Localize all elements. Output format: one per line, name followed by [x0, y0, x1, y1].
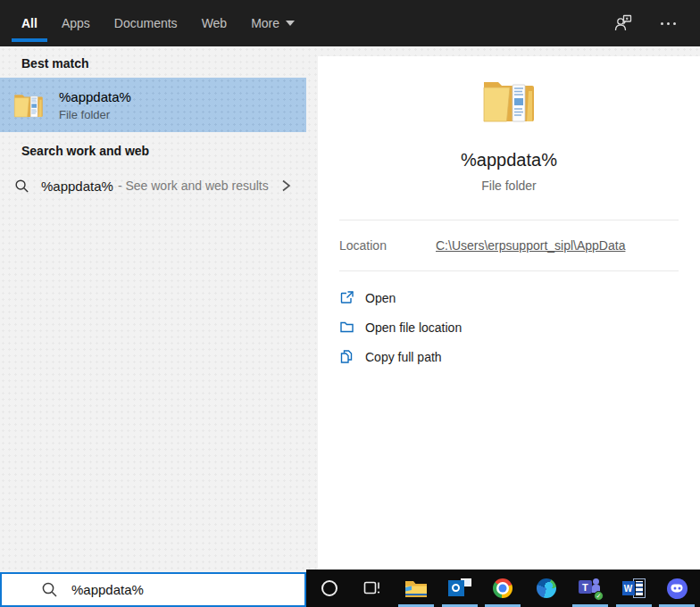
- ellipsis-icon[interactable]: [657, 12, 679, 34]
- best-match-heading: Best match: [0, 46, 306, 78]
- outlook-icon: [448, 578, 471, 599]
- web-search-query: %appdata%: [41, 179, 113, 194]
- web-search-result[interactable]: %appdata% - See work and web results: [0, 167, 306, 204]
- copy-icon: [339, 349, 354, 364]
- location-row: Location C:\Users\erpsupport_sipl\AppDat…: [318, 220, 700, 270]
- word-icon: W: [622, 578, 646, 599]
- location-path-link[interactable]: C:\Users\erpsupport_sipl\AppData: [436, 238, 625, 253]
- folder-icon: [12, 90, 45, 121]
- tab-apps-label: Apps: [62, 16, 90, 30]
- tab-more[interactable]: More: [251, 0, 295, 46]
- teams-icon: T ✓: [579, 578, 602, 599]
- cortana-icon: [321, 580, 338, 596]
- file-explorer-icon: [404, 578, 428, 598]
- tab-apps[interactable]: Apps: [62, 0, 90, 46]
- action-open-file-location-label: Open file location: [365, 320, 462, 335]
- search-icon: [14, 179, 29, 194]
- context-actions: Open Open file location Copy full pat: [318, 271, 700, 371]
- preview-panel: %appdata% File folder Location C:\Users\…: [318, 56, 700, 570]
- action-open-label: Open: [365, 291, 396, 305]
- taskbar-cortana-button[interactable]: [309, 570, 350, 607]
- action-open[interactable]: Open: [339, 283, 679, 312]
- taskbar-teams-button[interactable]: T ✓: [570, 570, 611, 607]
- search-flyout-body: Best match %appdata% File folder Search …: [0, 46, 700, 607]
- action-open-file-location[interactable]: Open file location: [339, 312, 679, 342]
- taskbar-search-box[interactable]: [0, 572, 306, 607]
- best-match-title: %appdata%: [59, 89, 131, 104]
- preview-subtitle: File folder: [318, 179, 700, 193]
- taskbar: T ✓ W: [306, 570, 700, 607]
- tab-all-label: All: [21, 16, 38, 30]
- taskbar-chrome-button[interactable]: [482, 570, 523, 607]
- taskbar-task-view-button[interactable]: [352, 570, 393, 607]
- best-match-subtitle: File folder: [59, 108, 131, 121]
- taskbar-file-explorer-button[interactable]: [396, 570, 437, 607]
- search-filter-bar: All Apps Documents Web More: [0, 0, 700, 46]
- tab-documents[interactable]: Documents: [114, 0, 178, 46]
- taskbar-word-button[interactable]: W: [613, 570, 654, 607]
- task-view-icon: [362, 578, 382, 598]
- edge-icon: [537, 578, 556, 598]
- best-match-result[interactable]: %appdata% File folder: [0, 78, 306, 132]
- account-feedback-icon[interactable]: [612, 12, 634, 34]
- search-input[interactable]: [71, 582, 304, 597]
- web-search-heading: Search work and web: [0, 132, 306, 165]
- tab-web-label: Web: [202, 16, 228, 30]
- discord-icon: [667, 578, 688, 599]
- folder-icon-large: [479, 75, 538, 127]
- chevron-right-icon[interactable]: [279, 179, 292, 193]
- tab-web[interactable]: Web: [202, 0, 228, 46]
- folder-outline-icon: [339, 320, 354, 335]
- tab-all[interactable]: All: [21, 0, 38, 46]
- taskbar-outlook-button[interactable]: [439, 570, 480, 607]
- taskbar-edge-button[interactable]: [526, 570, 567, 607]
- tab-documents-label: Documents: [114, 16, 178, 30]
- web-search-suffix: - See work and web results: [118, 179, 269, 193]
- teams-status-badge: ✓: [594, 591, 604, 601]
- taskbar-discord-button[interactable]: [656, 570, 697, 607]
- chrome-icon: [493, 578, 512, 598]
- action-copy-full-path[interactable]: Copy full path: [339, 342, 679, 371]
- action-copy-full-path-label: Copy full path: [365, 350, 442, 364]
- location-label: Location: [339, 238, 436, 253]
- open-external-icon: [339, 290, 354, 305]
- results-panel: Best match %appdata% File folder Search …: [0, 46, 306, 570]
- search-icon: [41, 581, 58, 598]
- chevron-down-icon: [286, 21, 295, 26]
- tab-more-label: More: [251, 16, 279, 30]
- filter-tabs: All Apps Documents Web More: [21, 0, 319, 46]
- preview-title: %appdata%: [318, 150, 700, 170]
